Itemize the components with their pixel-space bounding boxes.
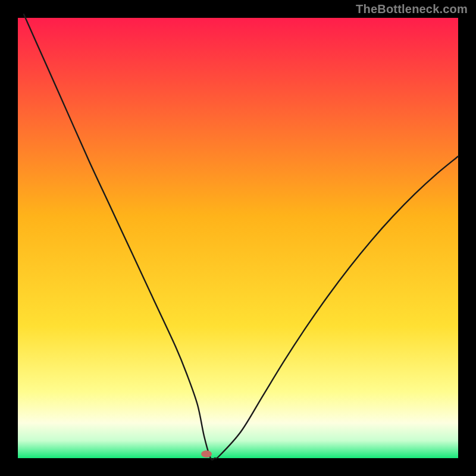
chart-stage: TheBottleneck.com bbox=[0, 0, 476, 476]
plot-area bbox=[18, 18, 458, 458]
chart-svg bbox=[0, 0, 476, 476]
watermark-text: TheBottleneck.com bbox=[356, 2, 468, 16]
optimum-marker bbox=[201, 450, 212, 458]
